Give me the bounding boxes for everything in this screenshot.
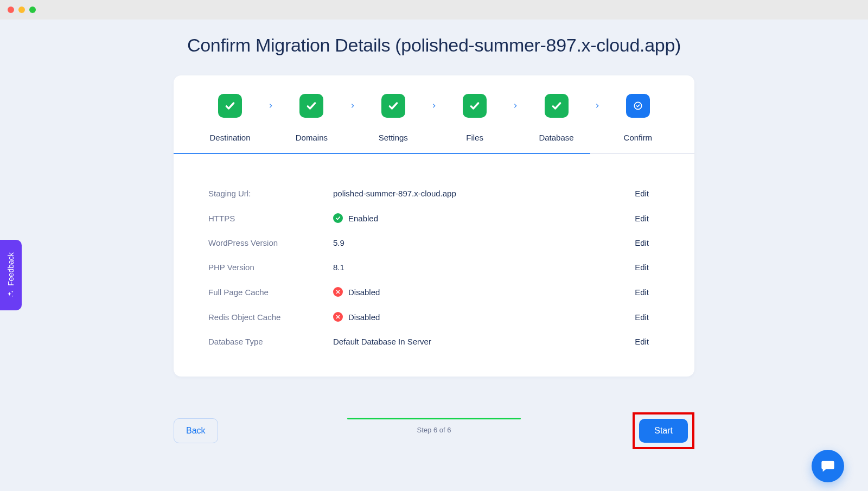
sparkle-icon xyxy=(7,290,15,298)
step-files[interactable]: Files xyxy=(448,94,502,142)
chat-icon xyxy=(820,458,835,474)
detail-value: Default Database In Server xyxy=(333,337,616,346)
window-close-dot[interactable] xyxy=(8,7,14,13)
progress-bar xyxy=(347,418,521,419)
edit-link[interactable]: Edit xyxy=(616,313,649,322)
window-zoom-dot[interactable] xyxy=(29,7,36,13)
detail-row-https: HTTPS Enabled Edit xyxy=(208,213,649,223)
window-chrome xyxy=(0,0,868,20)
edit-link[interactable]: Edit xyxy=(616,337,649,346)
status-enabled-icon xyxy=(333,213,343,223)
check-icon xyxy=(381,94,405,118)
progress-text: Step 6 of 6 xyxy=(347,426,521,434)
chevron-right-icon xyxy=(427,94,441,118)
detail-value: polished-summer-897.x-cloud.app xyxy=(333,189,616,198)
back-button[interactable]: Back xyxy=(174,418,218,443)
detail-row-db-type: Database Type Default Database In Server… xyxy=(208,337,649,346)
progress-circle-icon xyxy=(626,94,650,118)
stepper-underline-fill xyxy=(174,153,590,154)
edit-link[interactable]: Edit xyxy=(616,288,649,297)
detail-label: WordPress Version xyxy=(208,238,333,247)
step-label: Settings xyxy=(379,133,408,142)
step-confirm[interactable]: Confirm xyxy=(611,94,665,142)
detail-value: 5.9 xyxy=(333,238,616,247)
check-icon xyxy=(463,94,487,118)
confirmation-panel: Destination Domains Settings xyxy=(174,75,694,377)
chevron-right-icon xyxy=(591,94,604,118)
chevron-right-icon xyxy=(264,94,277,118)
detail-label: HTTPS xyxy=(208,214,333,223)
step-label: Database xyxy=(539,133,573,142)
detail-label: Database Type xyxy=(208,337,333,346)
detail-label: PHP Version xyxy=(208,263,333,272)
page-title: Confirm Migration Details (polished-summ… xyxy=(0,35,868,56)
edit-link[interactable]: Edit xyxy=(616,263,649,272)
step-label: Destination xyxy=(209,133,250,142)
detail-label: Staging Url: xyxy=(208,189,333,198)
step-label: Domains xyxy=(296,133,328,142)
detail-row-php-version: PHP Version 8.1 Edit xyxy=(208,263,649,272)
status-disabled-icon xyxy=(333,287,343,297)
detail-value: Disabled xyxy=(333,312,616,322)
edit-link[interactable]: Edit xyxy=(616,189,649,198)
detail-row-wp-version: WordPress Version 5.9 Edit xyxy=(208,238,649,247)
detail-label: Full Page Cache xyxy=(208,288,333,297)
detail-row-staging-url: Staging Url: polished-summer-897.x-cloud… xyxy=(208,189,649,198)
chevron-right-icon xyxy=(509,94,522,118)
edit-link[interactable]: Edit xyxy=(616,238,649,247)
chevron-right-icon xyxy=(346,94,359,118)
stepper: Destination Domains Settings xyxy=(174,75,694,153)
detail-value: 8.1 xyxy=(333,263,616,272)
start-button[interactable]: Start xyxy=(639,419,688,443)
progress-area: Step 6 of 6 xyxy=(347,418,521,434)
window-minimize-dot[interactable] xyxy=(18,7,25,13)
check-icon xyxy=(218,94,242,118)
stepper-underline xyxy=(174,153,694,154)
check-icon xyxy=(545,94,569,118)
step-settings[interactable]: Settings xyxy=(366,94,420,142)
status-disabled-icon xyxy=(333,312,343,322)
detail-row-redis: Redis Object Cache Disabled Edit xyxy=(208,312,649,322)
feedback-label: Feedback xyxy=(7,252,15,285)
step-database[interactable]: Database xyxy=(529,94,584,142)
footer: Back Step 6 of 6 Start xyxy=(174,412,694,449)
feedback-tab[interactable]: Feedback xyxy=(0,240,22,310)
detail-value: Enabled xyxy=(333,213,616,223)
details-list: Staging Url: polished-summer-897.x-cloud… xyxy=(174,154,694,377)
detail-value: Disabled xyxy=(333,287,616,297)
step-label: Confirm xyxy=(624,133,653,142)
detail-row-full-page-cache: Full Page Cache Disabled Edit xyxy=(208,287,649,297)
page: Confirm Migration Details (polished-summ… xyxy=(0,35,868,491)
check-icon xyxy=(299,94,323,118)
step-domains[interactable]: Domains xyxy=(284,94,339,142)
edit-link[interactable]: Edit xyxy=(616,214,649,223)
step-label: Files xyxy=(466,133,483,142)
detail-label: Redis Object Cache xyxy=(208,313,333,322)
start-highlight: Start xyxy=(633,412,694,449)
step-destination[interactable]: Destination xyxy=(203,94,257,142)
chat-button[interactable] xyxy=(812,450,844,482)
